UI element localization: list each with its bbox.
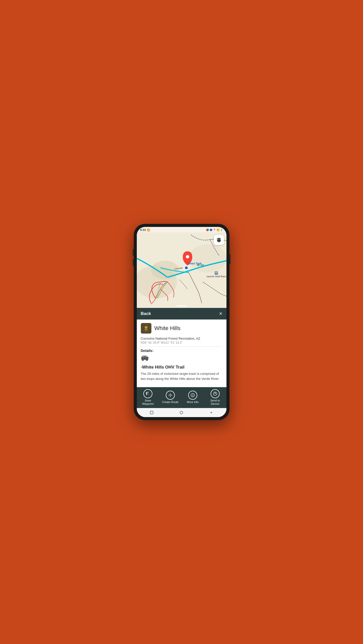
usfs-badge: U·S [141, 323, 151, 334]
more-info-icon [188, 391, 197, 400]
svg-point-32 [171, 395, 172, 396]
svg-rect-17 [217, 239, 221, 239]
svg-rect-25 [145, 356, 147, 357]
poi-subtitle: Coconino National Forest Recreation, AZ [141, 337, 222, 340]
svg-rect-5 [215, 272, 216, 273]
divider [141, 346, 222, 347]
battery-icon: 🔋 [220, 229, 223, 231]
create-route-label: Create Route [162, 400, 178, 404]
svg-rect-7 [217, 272, 218, 273]
trail-description: The 28 miles of motorized single-track i… [141, 371, 222, 381]
wifi-icon: 📶 [217, 229, 219, 231]
svg-rect-20 [145, 329, 148, 330]
location-icon: 📍 [213, 229, 216, 231]
svg-point-33 [170, 396, 171, 397]
poi-header: U·S White Hills [141, 323, 222, 334]
send-to-device-icon [211, 389, 220, 398]
sheet-content: U·S White Hills Coconino National Forest… [137, 319, 226, 387]
svg-point-2 [151, 261, 179, 280]
carrier-icon: 📶 [147, 229, 150, 231]
mute-icon: 🔕 [206, 229, 209, 231]
back-label: Back [141, 311, 151, 316]
layer-button[interactable] [214, 235, 224, 245]
svg-point-29 [146, 359, 147, 360]
svg-point-3 [189, 244, 226, 272]
svg-point-34 [170, 395, 171, 395]
drag-handle[interactable] [177, 305, 187, 306]
svg-rect-18 [217, 240, 221, 240]
create-route-button[interactable]: Create Route [161, 391, 179, 404]
poi-name: White Hills [154, 325, 181, 332]
nav-back-button[interactable] [209, 410, 214, 415]
svg-point-38 [180, 411, 183, 414]
save-waypoint-button[interactable]: SaveWaypoint [139, 389, 157, 406]
save-waypoint-label: SaveWaypoint [142, 399, 153, 406]
action-bar: SaveWaypoint Creat [137, 387, 226, 408]
poi-coords: N34° 41' 25.9" W111° 51' 13.2" [141, 341, 222, 344]
svg-text:Apache Maid Ranch: Apache Maid Ranch [206, 275, 226, 278]
sheet-header: Back × [137, 308, 226, 319]
status-bar: 9:33 📶 🔕 🔵 📍 📶 🔋 [137, 227, 226, 232]
status-time: 9:33 [140, 228, 146, 231]
svg-point-28 [142, 359, 143, 360]
svg-text:U·S: U·S [145, 330, 147, 332]
bluetooth-icon: 🔵 [210, 229, 212, 231]
send-to-device-label: Send toDevice [210, 399, 220, 406]
trail-name: ··White Hills OHV Trail [141, 365, 222, 370]
svg-text:Jones Tank: Jones Tank [187, 262, 202, 265]
close-button[interactable]: × [219, 310, 222, 317]
svg-rect-19 [217, 240, 221, 241]
back-button[interactable]: Back [141, 311, 151, 316]
svg-point-31 [170, 393, 171, 394]
create-route-icon [166, 391, 175, 400]
send-to-device-button[interactable]: Send toDevice [206, 389, 224, 406]
more-info-label: More Info [187, 400, 199, 404]
save-waypoint-icon [143, 389, 152, 398]
nav-square-button[interactable] [149, 410, 154, 415]
bottom-sheet: Back × U·S White Hills [137, 308, 226, 408]
svg-rect-10 [217, 273, 218, 273]
svg-rect-8 [215, 273, 216, 273]
svg-point-30 [169, 395, 169, 396]
svg-rect-6 [216, 272, 217, 273]
android-nav-bar [137, 408, 226, 417]
svg-point-11 [186, 255, 189, 258]
phone-frame: 9:33 📶 🔕 🔵 📍 📶 🔋 [134, 224, 229, 420]
svg-rect-37 [150, 411, 153, 414]
vehicle-icon [141, 354, 222, 363]
details-label: Details: [141, 349, 222, 353]
more-info-button[interactable]: More Info [184, 391, 202, 404]
nav-home-button[interactable] [179, 410, 184, 415]
svg-point-12 [185, 266, 188, 269]
map-area[interactable]: Cornville NF-120 Jones Tank Apache Maid … [137, 232, 226, 308]
svg-rect-9 [216, 273, 217, 273]
svg-rect-24 [143, 356, 144, 357]
